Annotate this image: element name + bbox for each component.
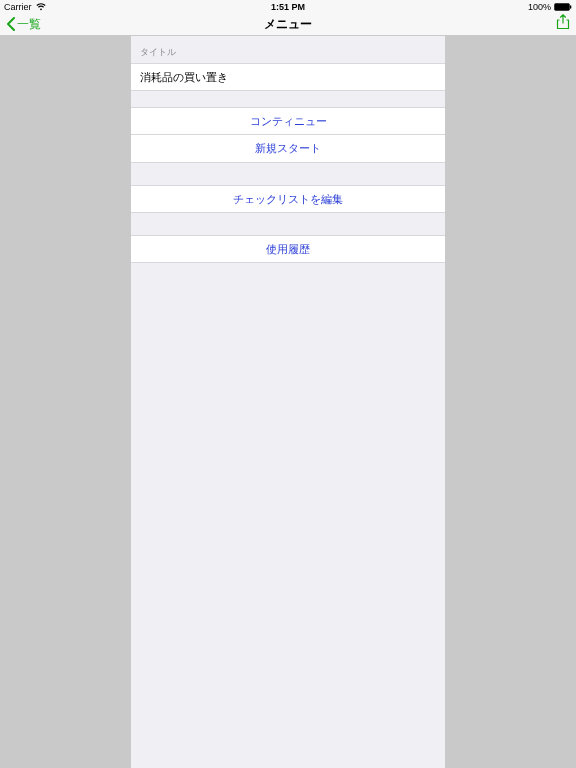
continue-label: コンティニュー <box>250 114 327 129</box>
status-right: 100% <box>528 2 572 12</box>
status-bar: Carrier 1:51 PM 100% <box>0 0 576 13</box>
title-input[interactable] <box>140 71 436 83</box>
status-time: 1:51 PM <box>271 2 305 12</box>
status-left: Carrier <box>4 2 46 12</box>
spacer <box>131 163 445 185</box>
title-row[interactable] <box>131 63 445 91</box>
section-header-title: タイトル <box>131 36 445 63</box>
history-button[interactable]: 使用履歴 <box>131 235 445 263</box>
svg-rect-0 <box>555 3 570 10</box>
svg-rect-1 <box>570 5 571 8</box>
content-panel: タイトル コンティニュー 新規スタート チェックリストを編集 使用履歴 <box>131 36 445 768</box>
navigation-bar: 一覧 メニュー <box>0 13 576 36</box>
back-label: 一覧 <box>17 16 41 33</box>
battery-label: 100% <box>528 2 551 12</box>
spacer <box>131 213 445 235</box>
chevron-left-icon <box>6 17 16 31</box>
carrier-label: Carrier <box>4 2 32 12</box>
share-button[interactable] <box>556 14 570 34</box>
history-label: 使用履歴 <box>266 242 310 257</box>
back-button[interactable]: 一覧 <box>6 16 41 33</box>
edit-checklist-label: チェックリストを編集 <box>233 192 343 207</box>
spacer <box>131 91 445 107</box>
new-start-button[interactable]: 新規スタート <box>131 135 445 163</box>
page-title: メニュー <box>264 16 312 33</box>
new-start-label: 新規スタート <box>255 141 321 156</box>
share-icon <box>556 14 570 30</box>
continue-button[interactable]: コンティニュー <box>131 107 445 135</box>
battery-icon <box>554 3 572 11</box>
edit-checklist-button[interactable]: チェックリストを編集 <box>131 185 445 213</box>
wifi-icon <box>36 3 46 11</box>
